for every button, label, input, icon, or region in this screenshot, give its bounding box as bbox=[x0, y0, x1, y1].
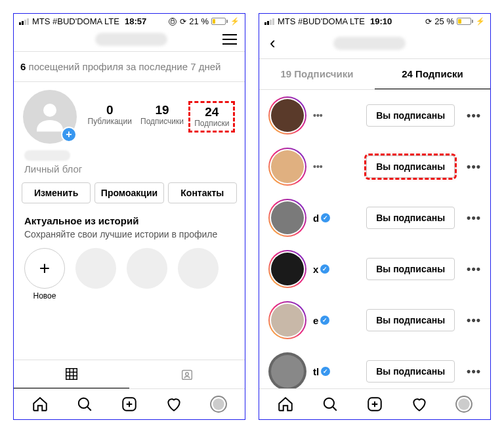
more-options-icon[interactable]: ••• bbox=[467, 109, 481, 123]
following-button[interactable]: Вы подписаны bbox=[366, 360, 455, 383]
profile-stats: 0 Публикации 19 Подписчики 24 Подписки bbox=[83, 101, 236, 133]
svg-rect-22 bbox=[270, 20, 272, 25]
display-name-blurred bbox=[24, 150, 70, 161]
carrier-text: MTS #BUD'DOMA LTE bbox=[278, 16, 365, 26]
promotions-button[interactable]: Промоакции bbox=[94, 182, 163, 203]
status-time: 18:57 bbox=[125, 16, 146, 26]
highlights-subtitle: Сохраняйте свои лучшие истории в профиле bbox=[24, 228, 234, 240]
user-avatar[interactable] bbox=[268, 148, 306, 186]
plus-icon: + bbox=[24, 248, 65, 289]
bio-section: Личный блог bbox=[14, 146, 245, 176]
verified-badge-icon: ✓ bbox=[320, 316, 329, 325]
status-bar: MTS #BUD'DOMA LTE 18:57 ⟳ 21 % ⚡ bbox=[14, 14, 245, 29]
highlights-section: Актуальное из историй Сохраняйте свои лу… bbox=[14, 210, 245, 240]
profile-icon[interactable] bbox=[210, 396, 227, 413]
back-icon[interactable]: ‹ bbox=[270, 33, 276, 53]
user-avatar[interactable] bbox=[268, 199, 306, 237]
nav-bar: ‹ bbox=[259, 29, 490, 59]
following-item: tl✓Вы подписаны••• bbox=[259, 346, 490, 388]
new-post-icon[interactable] bbox=[121, 396, 138, 413]
more-options-icon[interactable]: ••• bbox=[467, 160, 481, 174]
more-options-icon[interactable]: ••• bbox=[467, 262, 481, 276]
battery-icon bbox=[457, 18, 473, 25]
svg-point-4 bbox=[169, 18, 177, 25]
charging-icon: ⚡ bbox=[476, 17, 485, 26]
new-highlight-button[interactable]: + Новое bbox=[24, 248, 65, 300]
battery-icon bbox=[211, 18, 228, 25]
bio-category: Личный блог bbox=[24, 163, 234, 175]
search-icon[interactable] bbox=[322, 396, 339, 413]
username-hidden: ••• bbox=[313, 161, 323, 172]
username-partial[interactable]: e✓ bbox=[313, 315, 330, 326]
stat-following[interactable]: 24 Подписки bbox=[188, 101, 235, 133]
profile-visits-banner[interactable]: 6 посещений профиля за последние 7 дней bbox=[14, 52, 245, 82]
nav-bar bbox=[14, 29, 245, 52]
user-avatar[interactable] bbox=[268, 352, 306, 388]
more-options-icon[interactable]: ••• bbox=[467, 314, 481, 327]
tab-followers[interactable]: 19 Подписчики bbox=[259, 59, 375, 89]
svg-rect-1 bbox=[22, 21, 24, 25]
svg-rect-6 bbox=[66, 369, 77, 380]
grid-icon bbox=[64, 367, 79, 381]
following-button[interactable]: Вы подписаны bbox=[366, 104, 455, 127]
stat-followers[interactable]: 19 Подписчики bbox=[136, 101, 188, 133]
user-avatar[interactable] bbox=[268, 96, 306, 135]
profile-screen: MTS #BUD'DOMA LTE 18:57 ⟳ 21 % ⚡ 6 посещ… bbox=[13, 13, 245, 420]
username-blurred bbox=[95, 33, 167, 46]
tab-grid[interactable] bbox=[14, 360, 129, 388]
svg-rect-21 bbox=[267, 21, 269, 25]
battery-pct: 25 % bbox=[434, 16, 454, 26]
following-item: d✓Вы подписаны••• bbox=[259, 192, 490, 243]
status-bar: MTS #BUD'DOMA LTE 19:10 ⟳ 25 % ⚡ bbox=[259, 14, 490, 29]
tab-tagged[interactable] bbox=[129, 360, 245, 388]
tagged-icon bbox=[180, 367, 194, 382]
following-screen: MTS #BUD'DOMA LTE 19:10 ⟳ 25 % ⚡ ‹ 19 По… bbox=[259, 13, 491, 420]
edit-profile-button[interactable]: Изменить bbox=[22, 182, 91, 203]
following-item: e✓Вы подписаны••• bbox=[259, 295, 490, 346]
bottom-nav bbox=[259, 388, 490, 419]
new-highlight-label: Новое bbox=[33, 291, 56, 300]
tab-following[interactable]: 24 Подписки bbox=[375, 59, 490, 89]
username-partial[interactable]: tl✓ bbox=[313, 366, 330, 377]
username-partial[interactable]: d✓ bbox=[313, 213, 330, 224]
followers-following-tabs: 19 Подписчики 24 Подписки bbox=[259, 59, 490, 90]
following-button[interactable]: Вы подписаны bbox=[366, 155, 455, 178]
username-blurred bbox=[333, 37, 406, 50]
new-post-icon[interactable] bbox=[366, 396, 383, 413]
profile-icon[interactable] bbox=[455, 396, 472, 413]
activity-icon[interactable] bbox=[411, 396, 428, 413]
svg-point-24 bbox=[324, 398, 334, 408]
svg-point-19 bbox=[213, 398, 224, 409]
home-icon[interactable] bbox=[32, 396, 49, 413]
following-item: •••Вы подписаны••• bbox=[259, 141, 490, 192]
svg-rect-23 bbox=[272, 18, 274, 25]
svg-point-13 bbox=[79, 398, 89, 408]
search-icon[interactable] bbox=[76, 396, 93, 413]
user-avatar[interactable] bbox=[268, 250, 306, 288]
avatar[interactable]: + bbox=[23, 90, 77, 144]
verified-badge-icon: ✓ bbox=[321, 213, 330, 222]
home-icon[interactable] bbox=[277, 396, 294, 413]
username-partial[interactable]: x✓ bbox=[313, 264, 330, 275]
network-activity-icon: ⟳ bbox=[180, 17, 186, 26]
more-options-icon[interactable]: ••• bbox=[467, 365, 481, 379]
carrier-text: MTS #BUD'DOMA LTE bbox=[32, 16, 119, 26]
svg-rect-11 bbox=[182, 370, 192, 379]
add-story-icon[interactable]: + bbox=[61, 127, 77, 142]
following-button[interactable]: Вы подписаны bbox=[366, 258, 455, 280]
svg-point-5 bbox=[43, 104, 56, 117]
stat-posts[interactable]: 0 Публикации bbox=[84, 101, 136, 133]
highlights-title: Актуальное из историй bbox=[24, 215, 234, 226]
svg-point-12 bbox=[186, 372, 189, 375]
following-button[interactable]: Вы подписаны bbox=[366, 309, 455, 331]
battery-pct: 21 % bbox=[189, 16, 209, 26]
following-button[interactable]: Вы подписаны bbox=[366, 207, 455, 229]
contacts-button[interactable]: Контакты bbox=[168, 182, 237, 203]
user-avatar[interactable] bbox=[268, 301, 306, 339]
profile-header: + 0 Публикации 19 Подписчики 24 Подписки bbox=[14, 82, 245, 146]
svg-line-25 bbox=[333, 407, 337, 411]
more-options-icon[interactable]: ••• bbox=[467, 211, 481, 225]
profile-feed-tabs bbox=[14, 360, 245, 388]
menu-icon[interactable] bbox=[222, 34, 237, 45]
activity-icon[interactable] bbox=[165, 396, 182, 413]
